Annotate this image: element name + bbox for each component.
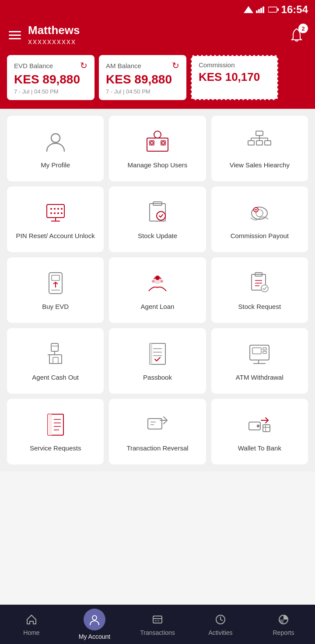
svg-rect-81 [257,425,259,427]
evd-amount: KES 89,880 [14,73,88,87]
am-date: 7 - Jul | 04:50 PM [106,88,179,95]
svg-rect-56 [51,343,58,351]
svg-rect-15 [256,131,263,135]
status-icons: 16:54 [244,3,308,16]
balance-section: EVD Balance ↻ KES 89,880 7 - Jul | 04:50… [0,55,315,109]
nav-home-label: Home [23,629,39,636]
stock-request-icon [245,269,273,297]
passbook-icon [144,340,172,368]
svg-point-85 [92,616,97,620]
stock-request-label: Stock Request [238,302,281,311]
evd-label: EVD Balance [14,62,53,69]
my-profile-label: My Profile [41,161,70,170]
evd-balance-card[interactable]: EVD Balance ↻ KES 89,880 7 - Jul | 04:50… [7,55,94,100]
nav-home[interactable]: Home [0,605,63,644]
svg-rect-66 [252,348,261,354]
stock-update-label: Stock Update [138,232,177,240]
svg-point-27 [61,208,63,210]
manage-shop-users-icon [144,128,172,156]
user-name: Matthews [28,24,80,37]
pin-reset-icon [42,198,70,226]
svg-point-31 [61,212,63,214]
nav-my-account[interactable]: My Account [63,605,126,644]
nav-transactions-label: Transactions [140,629,175,636]
menu-item-agent-loan[interactable]: Agent Loan [109,257,206,323]
agent-cash-out-label: Agent Cash Out [32,373,79,382]
transaction-reversal-label: Transaction Reversal [126,444,188,453]
wallet-to-bank-label: Wallet To Bank [238,444,281,453]
wallet-to-bank-icon [245,411,273,439]
nav-my-account-label: My Account [79,633,110,640]
atm-withdrawal-icon [245,340,273,368]
svg-rect-58 [53,357,58,364]
svg-marker-0 [244,6,253,13]
hamburger-menu[interactable] [9,31,21,39]
reports-icon [276,613,290,627]
menu-item-passbook[interactable]: Passbook [109,328,206,394]
svg-point-26 [57,208,59,210]
svg-rect-3 [260,8,262,13]
transaction-reversal-icon [144,411,172,439]
notification-badge: 2 [298,24,308,33]
passbook-label: Passbook [143,373,172,382]
svg-rect-2 [258,9,260,13]
commission-label: Commission [199,61,235,69]
svg-rect-67 [263,348,266,350]
svg-point-49 [161,280,163,283]
nav-transactions[interactable]: Transactions [126,605,189,644]
svg-rect-64 [150,343,152,364]
svg-point-29 [54,212,56,214]
svg-rect-6 [269,8,273,11]
svg-rect-86 [153,616,162,623]
atm-withdrawal-label: ATM Withdrawal [236,373,284,382]
menu-item-manage-shop-users[interactable]: Manage Shop Users [109,116,206,181]
am-refresh-icon[interactable]: ↻ [172,60,179,71]
svg-rect-4 [262,7,264,13]
svg-rect-9 [147,138,168,151]
nav-activities-label: Activities [208,629,232,636]
svg-point-25 [54,208,56,210]
svg-point-55 [261,285,268,292]
commission-payout-label: Commission Payout [231,232,289,240]
menu-item-transaction-reversal[interactable]: Transaction Reversal [109,399,206,464]
menu-grid: My Profile Manage Shop Users [7,116,308,464]
svg-rect-1 [256,10,258,13]
transactions-icon [150,613,164,627]
nav-activities[interactable]: Activities [189,605,252,644]
buy-evd-icon [42,269,70,297]
bottom-navigation: Home My Account Transactions [0,605,315,644]
menu-item-stock-update[interactable]: Stock Update [109,187,206,252]
svg-rect-82 [263,425,270,432]
status-bar: 16:54 [0,0,315,19]
am-balance-card[interactable]: AM Balance ↻ KES 89,880 7 - Jul | 04:50 … [99,55,186,100]
buy-evd-label: Buy EVD [42,302,69,311]
nav-reports[interactable]: Reports [252,605,315,644]
commission-payout-icon [245,198,273,226]
menu-item-stock-request[interactable]: Stock Request [211,257,308,323]
menu-item-buy-evd[interactable]: Buy EVD [7,257,104,323]
menu-item-commission-payout[interactable]: Commission Payout [211,187,308,252]
time-display: 16:54 [281,3,308,16]
notification-button[interactable]: 2 [287,25,306,45]
svg-rect-23 [47,204,64,218]
home-icon [24,613,38,627]
my-account-icon-bg [84,609,105,630]
menu-item-pin-reset[interactable]: PIN Reset/ Account Unlock [7,187,104,252]
menu-item-my-profile[interactable]: My Profile [7,116,104,181]
menu-item-service-requests[interactable]: Service Requests [7,399,104,464]
agent-loan-label: Agent Loan [141,302,175,311]
menu-item-atm-withdrawal[interactable]: ATM Withdrawal [211,328,308,394]
service-requests-icon [42,411,70,439]
svg-point-36 [157,211,165,220]
menu-item-wallet-to-bank[interactable]: Wallet To Bank [211,399,308,464]
pin-reset-label: PIN Reset/ Account Unlock [16,232,95,240]
menu-item-agent-cash-out[interactable]: Agent Cash Out [7,328,104,394]
svg-rect-43 [52,275,60,280]
am-label: AM Balance [106,62,141,69]
svg-point-24 [50,208,52,210]
view-sales-hierarchy-icon [245,128,273,156]
menu-item-view-sales-hierarchy[interactable]: View Sales Hiearchy [211,116,308,181]
evd-refresh-icon[interactable]: ↻ [80,60,88,71]
commission-balance-card[interactable]: Commission KES 10,170 [191,55,278,100]
manage-shop-users-label: Manage Shop Users [128,161,188,170]
